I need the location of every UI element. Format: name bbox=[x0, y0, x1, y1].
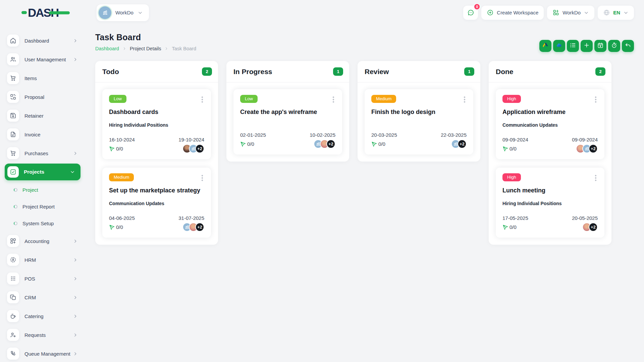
sidebar-item-label: Invoice bbox=[24, 132, 78, 137]
sidebar-subitem-system-setup[interactable]: System Setup bbox=[0, 215, 85, 232]
card-menu-button[interactable] bbox=[594, 173, 598, 183]
chevron-down-icon bbox=[623, 10, 629, 15]
cart-icon bbox=[7, 72, 19, 84]
board-toolbar bbox=[539, 40, 634, 52]
cart-icon bbox=[7, 147, 19, 159]
card-bottom-row: 0/0+2 bbox=[109, 223, 204, 232]
assignee-avatars: +2 bbox=[314, 139, 335, 148]
subtask-progress: 0/0 bbox=[240, 141, 254, 147]
proposal-icon bbox=[7, 91, 19, 103]
task-card[interactable]: LowCreate the app's wireframe02-01-20251… bbox=[233, 89, 342, 155]
priority-badge: Medium bbox=[109, 173, 134, 181]
onedrive-button[interactable] bbox=[553, 40, 565, 52]
pos-icon bbox=[7, 273, 19, 285]
sidebar-item-queue-management[interactable]: Queue Management bbox=[0, 344, 85, 362]
gdrive-icon bbox=[542, 42, 549, 50]
card-menu-button[interactable] bbox=[331, 95, 335, 104]
card-menu-button[interactable] bbox=[594, 95, 598, 104]
task-card[interactable]: MediumFinish the logo design20-03-202522… bbox=[365, 89, 473, 155]
avatar-overflow-badge: +2 bbox=[589, 223, 598, 232]
sidebar-item-pos[interactable]: POS bbox=[0, 269, 85, 288]
column-cards: HighApplication wireframeCommunication U… bbox=[489, 82, 611, 245]
task-card[interactable]: HighApplication wireframeCommunication U… bbox=[496, 89, 604, 159]
sidebar-item-requests[interactable]: Requests bbox=[0, 325, 85, 344]
column-header: Todo2 bbox=[95, 61, 218, 82]
breadcrumb-item-project-details[interactable]: Project Details bbox=[130, 46, 161, 51]
card-menu-button[interactable] bbox=[200, 173, 204, 183]
task-milestone: Hiring Individual Positions bbox=[109, 122, 204, 128]
chevron-down-icon bbox=[138, 10, 143, 15]
messages-button[interactable]: 0 bbox=[463, 6, 478, 20]
end-date: 22-03-2025 bbox=[441, 132, 467, 138]
user-plus-icon bbox=[7, 329, 19, 341]
chev-right-icon bbox=[73, 57, 78, 62]
sidebar-item-projects[interactable]: Projects bbox=[5, 164, 80, 180]
calendar-view-button[interactable] bbox=[594, 40, 606, 52]
add-task-button[interactable] bbox=[581, 40, 593, 52]
progress-value: 0/0 bbox=[509, 146, 517, 152]
chev-right-icon bbox=[73, 351, 78, 356]
subtask-progress: 0/0 bbox=[502, 146, 517, 152]
card-menu-button[interactable] bbox=[463, 95, 467, 104]
sidebar-item-invoice[interactable]: Invoice bbox=[0, 125, 85, 144]
language-label: EN bbox=[613, 10, 620, 15]
column-header: Done2 bbox=[489, 61, 611, 82]
card-top-row: Low bbox=[109, 95, 204, 104]
circle-icon bbox=[14, 205, 17, 208]
language-selector[interactable]: EN bbox=[598, 6, 634, 20]
card-top-row: High bbox=[502, 95, 598, 104]
sidebar-item-label: Projects bbox=[24, 169, 70, 175]
column-count-badge: 1 bbox=[464, 67, 474, 76]
subtask-progress: 0/0 bbox=[371, 141, 385, 147]
send-icon bbox=[109, 224, 115, 230]
sidebar-item-items[interactable]: Items bbox=[0, 69, 85, 87]
task-card[interactable]: MediumSet up the marketplace strategyCom… bbox=[102, 168, 211, 238]
sidebar-item-accounting[interactable]: Accounting bbox=[0, 232, 85, 250]
sidebar-item-user-management[interactable]: User Management bbox=[0, 50, 85, 69]
timer-button[interactable] bbox=[608, 40, 620, 52]
sidebar-item-proposal[interactable]: Proposal bbox=[0, 87, 85, 106]
list-view-button[interactable] bbox=[567, 40, 579, 52]
progress-value: 0/0 bbox=[378, 141, 385, 147]
task-card[interactable]: HighLunch meetingHiring Individual Posit… bbox=[496, 168, 604, 238]
subtask-progress: 0/0 bbox=[502, 224, 517, 230]
sidebar-subitem-project[interactable]: Project bbox=[0, 181, 85, 198]
globe-icon bbox=[603, 9, 610, 16]
crm-icon bbox=[7, 291, 19, 303]
task-dates: 16-10-202419-10-2024 bbox=[109, 137, 204, 142]
sidebar-subitem-project-report[interactable]: Project Report bbox=[0, 198, 85, 215]
title-block: Task Board DashboardProject DetailsTask … bbox=[95, 33, 196, 51]
breadcrumb-item-dashboard[interactable]: Dashboard bbox=[95, 46, 119, 51]
create-workspace-button[interactable]: Create Workspace bbox=[481, 6, 544, 20]
priority-badge: Low bbox=[240, 95, 258, 103]
send-icon bbox=[109, 146, 115, 152]
card-menu-button[interactable] bbox=[200, 95, 204, 104]
phone-icon bbox=[7, 348, 19, 360]
create-workspace-label: Create Workspace bbox=[497, 10, 538, 15]
breadcrumb-item-task-board: Task Board bbox=[172, 46, 196, 51]
check-square-icon bbox=[7, 166, 19, 178]
sidebar-item-dashboard[interactable]: Dashboard bbox=[0, 31, 85, 50]
chev-down-icon bbox=[70, 169, 75, 175]
sidebar-item-catering[interactable]: Catering bbox=[0, 307, 85, 325]
sidebar-item-hrm[interactable]: HRM bbox=[0, 250, 85, 269]
workspace-switcher[interactable]: WorkDo bbox=[97, 4, 149, 21]
avatar-overflow-badge: +2 bbox=[195, 223, 204, 232]
sidebar-item-crm[interactable]: CRM bbox=[0, 288, 85, 307]
start-date: 02-01-2025 bbox=[240, 132, 266, 138]
sidebar-subitem-label: Project bbox=[22, 187, 38, 193]
app-logo[interactable]: DASH bbox=[21, 7, 58, 18]
workdo-menu-button[interactable]: WorkDo bbox=[547, 6, 594, 20]
task-card[interactable]: LowDashboard cardsHiring Individual Posi… bbox=[102, 89, 211, 159]
assignee-avatars: +2 bbox=[582, 223, 598, 232]
task-milestone: Hiring Individual Positions bbox=[502, 201, 598, 206]
sidebar-item-purchases[interactable]: Purchases bbox=[0, 144, 85, 163]
google-drive-button[interactable] bbox=[539, 40, 551, 52]
task-title: Create the app's wireframe bbox=[240, 109, 335, 116]
chev-right-icon bbox=[73, 38, 78, 43]
topbar-right: 0 Create Workspace WorkDo EN bbox=[463, 6, 634, 20]
task-dates: 20-03-202522-03-2025 bbox=[371, 132, 467, 138]
back-button[interactable] bbox=[622, 40, 634, 52]
sidebar-item-retainer[interactable]: Retainer bbox=[0, 106, 85, 125]
invoice-icon bbox=[7, 128, 19, 140]
